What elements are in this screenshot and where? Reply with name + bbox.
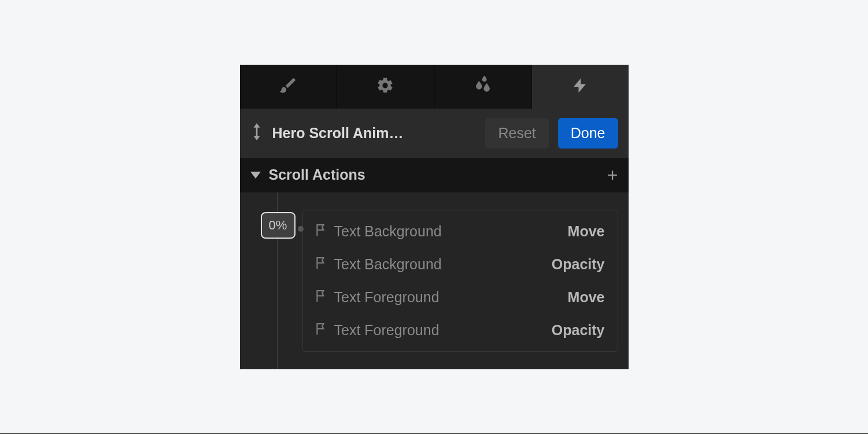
tab-interactions[interactable] bbox=[532, 65, 629, 109]
action-type: Opacity bbox=[552, 322, 605, 339]
panel-tabs bbox=[240, 65, 629, 109]
add-action-button[interactable]: + bbox=[607, 166, 618, 184]
lightning-icon bbox=[571, 77, 589, 97]
done-button[interactable]: Done bbox=[558, 118, 618, 149]
action-target: Text Background bbox=[334, 256, 544, 273]
tab-style[interactable] bbox=[240, 65, 338, 109]
keyframe-marker-column: 0% bbox=[261, 210, 296, 352]
action-row[interactable]: Text Foreground Opacity bbox=[303, 314, 618, 347]
section-title: Scroll Actions bbox=[269, 166, 599, 183]
action-target: Text Foreground bbox=[334, 289, 560, 306]
action-type: Opacity bbox=[552, 256, 605, 273]
interactions-panel: Hero Scroll Anim… Reset Done Scroll Acti… bbox=[240, 65, 629, 369]
reset-button[interactable]: Reset bbox=[485, 118, 548, 149]
tab-effects[interactable] bbox=[435, 65, 533, 109]
flag-icon bbox=[316, 257, 326, 272]
keyframe-actions-list: Text Background Move Text Background Opa… bbox=[302, 210, 618, 352]
flag-icon bbox=[316, 224, 326, 239]
brush-icon bbox=[278, 76, 298, 98]
flag-icon bbox=[316, 322, 326, 337]
caret-down-icon bbox=[250, 172, 261, 179]
vertical-arrows-icon bbox=[250, 123, 263, 143]
action-row[interactable]: Text Foreground Move bbox=[303, 281, 618, 314]
action-type: Move bbox=[568, 289, 605, 306]
keyframe-timeline: 0% Text Background Move Text Background … bbox=[240, 192, 629, 369]
animation-header: Hero Scroll Anim… Reset Done bbox=[240, 109, 629, 158]
gear-icon bbox=[376, 76, 394, 97]
action-row[interactable]: Text Background Move bbox=[303, 215, 618, 248]
svg-rect-0 bbox=[256, 127, 257, 137]
action-row[interactable]: Text Background Opacity bbox=[303, 248, 618, 281]
action-type: Move bbox=[568, 223, 605, 240]
action-target: Text Foreground bbox=[334, 322, 544, 339]
keyframe-dot[interactable] bbox=[298, 226, 304, 232]
action-target: Text Background bbox=[334, 223, 560, 240]
scroll-actions-section-header[interactable]: Scroll Actions + bbox=[240, 158, 629, 192]
animation-name[interactable]: Hero Scroll Anim… bbox=[272, 125, 477, 142]
tab-settings[interactable] bbox=[337, 65, 435, 109]
droplets-icon bbox=[474, 76, 492, 97]
keyframe-marker[interactable]: 0% bbox=[261, 212, 296, 239]
flag-icon bbox=[316, 290, 326, 305]
